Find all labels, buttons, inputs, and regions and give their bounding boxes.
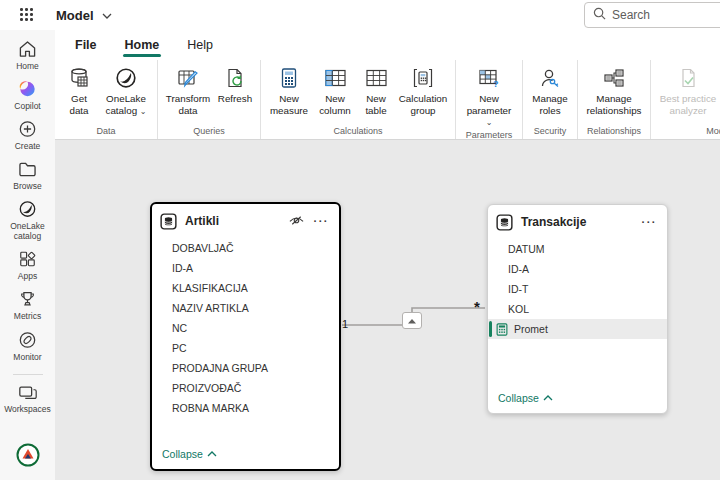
document-title[interactable]: Model bbox=[56, 8, 94, 23]
ribbon-group-queries: Transform data Refresh Queries bbox=[158, 60, 261, 139]
group-label-data: Data bbox=[59, 126, 153, 139]
field-row[interactable]: PROIZVOĐAČ bbox=[152, 378, 339, 398]
search-box bbox=[584, 2, 720, 28]
sidebar-item-label: Metrics bbox=[14, 311, 41, 321]
sidebar-item-label: OneLake catalog bbox=[0, 221, 55, 241]
table-title: Artikli bbox=[185, 214, 289, 228]
sidebar-item-monitor[interactable]: Monitor bbox=[0, 331, 55, 362]
group-label-calculations: Calculations bbox=[265, 126, 451, 139]
table-card-header[interactable]: Artikli ··· bbox=[152, 204, 339, 238]
manage-roles-button[interactable]: Manage roles bbox=[527, 63, 573, 118]
chevron-down-icon: ⌄ bbox=[486, 118, 493, 127]
onelake-catalog-icon bbox=[18, 200, 37, 218]
group-label-security: Security bbox=[527, 126, 573, 139]
group-label-queries: Queries bbox=[162, 126, 256, 139]
sidebar-item-workspaces[interactable]: Workspaces bbox=[0, 384, 55, 414]
best-practice-analyzer-button: Best practice analyzer bbox=[655, 63, 720, 118]
sidebar-item-apps[interactable]: Apps bbox=[0, 250, 55, 281]
sidebar-item-label: Create bbox=[15, 141, 41, 151]
more-options-button[interactable]: ··· bbox=[314, 215, 330, 227]
ribbon-group-data: Get data OneLake catalog ⌄ Data bbox=[55, 60, 158, 139]
more-options-button[interactable]: ··· bbox=[642, 216, 658, 228]
create-icon bbox=[18, 120, 37, 138]
ribbon-group-model-health: Best practice analyzer Memory analyzer C… bbox=[651, 60, 720, 139]
get-data-icon bbox=[66, 65, 92, 91]
table-card-transakcije[interactable]: Transakcije ··· DATUM ID-A ID-T KOL Prom… bbox=[487, 204, 668, 414]
field-row[interactable]: NAZIV ARTIKLA bbox=[152, 298, 339, 318]
ribbon-group-security: Manage roles Security bbox=[523, 60, 578, 139]
field-list: DATUM ID-A ID-T KOL Promet bbox=[488, 239, 667, 392]
ribbon: File Home Help Get data OneLake catalog … bbox=[55, 30, 720, 140]
chevron-up-icon bbox=[543, 395, 553, 401]
field-row[interactable]: DATUM bbox=[488, 239, 667, 259]
field-row[interactable]: KOL bbox=[488, 299, 667, 319]
app-launcher-icon[interactable] bbox=[12, 0, 42, 30]
left-nav-sidebar: Home Copilot Create Browse OneLake catal… bbox=[0, 30, 55, 480]
model-canvas[interactable]: 1 * Artikli ··· DOBAVLJAČ ID-A KLASIFIKA… bbox=[55, 140, 720, 480]
manage-relationships-icon bbox=[601, 65, 627, 91]
cardinality-one-label: 1 bbox=[342, 318, 348, 330]
search-input[interactable] bbox=[612, 8, 707, 22]
field-row[interactable]: PRODAJNA GRUPA bbox=[152, 358, 339, 378]
chevron-up-icon bbox=[407, 318, 417, 324]
new-measure-button[interactable]: New measure bbox=[265, 63, 313, 118]
field-row[interactable]: KLASIFIKACIJA bbox=[152, 278, 339, 298]
sidebar-item-metrics[interactable]: Metrics bbox=[0, 290, 55, 321]
field-row[interactable]: ID-A bbox=[152, 258, 339, 278]
sidebar-item-label: Copilot bbox=[14, 101, 40, 111]
new-column-button[interactable]: New column bbox=[313, 63, 357, 118]
manage-roles-icon bbox=[537, 65, 563, 91]
chevron-down-icon: ⌄ bbox=[140, 107, 147, 116]
tab-home[interactable]: Home bbox=[113, 34, 172, 56]
ribbon-group-parameters: ? New parameter ⌄ Parameters bbox=[456, 60, 523, 139]
sidebar-item-create[interactable]: Create bbox=[0, 120, 55, 151]
calculation-group-icon bbox=[410, 65, 436, 91]
field-row[interactable]: PC bbox=[152, 338, 339, 358]
table-card-header[interactable]: Transakcije ··· bbox=[488, 205, 667, 239]
selection-bar bbox=[489, 321, 492, 337]
sidebar-item-onelake-catalog[interactable]: OneLake catalog bbox=[0, 200, 55, 241]
tab-file[interactable]: File bbox=[63, 34, 109, 56]
table-icon bbox=[160, 213, 177, 230]
new-table-icon bbox=[363, 65, 389, 91]
sidebar-item-copilot[interactable]: Copilot bbox=[0, 80, 55, 111]
eye-hidden-icon[interactable] bbox=[289, 215, 304, 227]
onelake-catalog-button[interactable]: OneLake catalog ⌄ bbox=[99, 63, 153, 118]
chevron-down-icon[interactable] bbox=[102, 8, 112, 22]
relationship-direction-button[interactable] bbox=[402, 312, 422, 329]
refresh-icon bbox=[222, 65, 248, 91]
field-row[interactable]: DOBAVLJAČ bbox=[152, 238, 339, 258]
account-avatar[interactable] bbox=[16, 443, 40, 470]
table-title: Transakcije bbox=[521, 215, 632, 229]
new-column-icon bbox=[322, 65, 348, 91]
field-row[interactable]: NC bbox=[152, 318, 339, 338]
calculation-group-button[interactable]: Calculation group bbox=[395, 63, 451, 118]
ribbon-group-relationships: Manage relationships Relationships bbox=[578, 60, 651, 139]
transform-data-button[interactable]: Transform data bbox=[162, 63, 214, 118]
new-parameter-button[interactable]: ? New parameter ⌄ bbox=[460, 63, 518, 130]
get-data-button[interactable]: Get data bbox=[59, 63, 99, 118]
table-card-artikli[interactable]: Artikli ··· DOBAVLJAČ ID-A KLASIFIKACIJA… bbox=[150, 202, 341, 471]
svg-text:?: ? bbox=[493, 79, 499, 89]
measure-icon bbox=[496, 323, 508, 336]
refresh-button[interactable]: Refresh bbox=[214, 63, 256, 107]
ribbon-body: Get data OneLake catalog ⌄ Data Transfor… bbox=[55, 60, 720, 139]
field-row[interactable]: ID-T bbox=[488, 279, 667, 299]
transform-data-icon bbox=[175, 65, 201, 91]
new-parameter-icon: ? bbox=[476, 65, 502, 91]
sidebar-item-home[interactable]: Home bbox=[0, 40, 55, 71]
collapse-link[interactable]: Collapse bbox=[488, 392, 667, 413]
field-row-selected[interactable]: Promet bbox=[488, 319, 667, 339]
collapse-link[interactable]: Collapse bbox=[152, 448, 339, 469]
field-row[interactable]: ROBNA MARKA bbox=[152, 398, 339, 418]
field-row[interactable]: ID-A bbox=[488, 259, 667, 279]
top-bar: Model bbox=[0, 0, 720, 30]
group-label-model-health: Model health bbox=[655, 126, 720, 139]
sidebar-item-label: Workspaces bbox=[4, 404, 51, 414]
new-table-button[interactable]: New table bbox=[357, 63, 395, 118]
tab-help[interactable]: Help bbox=[175, 34, 225, 56]
manage-relationships-button[interactable]: Manage relationships bbox=[582, 63, 646, 118]
sidebar-item-browse[interactable]: Browse bbox=[0, 161, 55, 191]
field-list: DOBAVLJAČ ID-A KLASIFIKACIJA NAZIV ARTIK… bbox=[152, 238, 339, 448]
sidebar-item-label: Browse bbox=[13, 181, 41, 191]
